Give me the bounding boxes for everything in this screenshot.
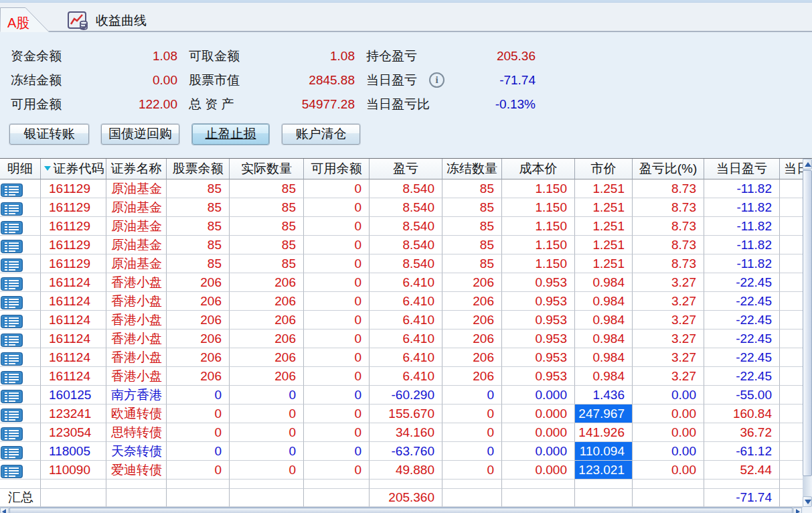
scroll-down-button[interactable] bbox=[803, 496, 812, 507]
info-icon[interactable]: i bbox=[429, 72, 444, 88]
position-row[interactable]: 161124香港小盘20620606.4102060.9530.9843.27-… bbox=[0, 329, 812, 348]
cell-price: 247.967 bbox=[575, 405, 633, 423]
position-row[interactable]: 161129原油基金858508.540851.1501.2518.73-11.… bbox=[0, 254, 812, 273]
action-button-1[interactable]: 银证转账 bbox=[9, 124, 89, 145]
position-row[interactable]: 161129原油基金858508.540851.1501.2518.73-11.… bbox=[0, 179, 812, 198]
filter-icon[interactable] bbox=[44, 166, 51, 171]
detail-button[interactable] bbox=[1, 202, 23, 216]
column-header-label: 明细 bbox=[7, 161, 33, 175]
cell-plpct: 3.27 bbox=[633, 367, 704, 386]
cell-avail: 0 bbox=[304, 217, 370, 236]
column-header-code[interactable]: 证券代码 bbox=[41, 159, 106, 179]
column-header-balance[interactable]: 股票余额 bbox=[167, 159, 230, 179]
cell-price: 0.984 bbox=[575, 329, 633, 348]
spacer-cell bbox=[230, 480, 304, 489]
column-header-frozen[interactable]: 冻结数量 bbox=[442, 159, 502, 179]
column-header-cost[interactable]: 成本价 bbox=[502, 159, 575, 179]
cell-plpct: 3.27 bbox=[633, 292, 704, 311]
position-row[interactable]: 161129原油基金858508.540851.1501.2518.73-11.… bbox=[0, 236, 812, 254]
cell-price: 1.251 bbox=[575, 254, 633, 273]
cell-cost: 1.150 bbox=[502, 217, 575, 236]
cell-cost: 0.953 bbox=[502, 273, 575, 292]
detail-button[interactable] bbox=[1, 221, 23, 234]
total-cell-avail bbox=[304, 489, 370, 507]
action-button-4[interactable]: 账户清仓 bbox=[282, 124, 360, 145]
horizontal-scrollbar-thumb[interactable] bbox=[9, 508, 793, 513]
detail-button[interactable] bbox=[1, 371, 23, 384]
detail-button[interactable] bbox=[1, 259, 23, 272]
position-row[interactable]: 110090爱迪转债00049.88000.000123.0210.0052.4… bbox=[0, 461, 812, 480]
position-row[interactable]: 118005天奈转债000-63.76000.000110.0940.00-61… bbox=[0, 442, 812, 461]
column-header-actual[interactable]: 实际数量 bbox=[230, 159, 304, 179]
position-row[interactable]: 161124香港小盘20620606.4102060.9530.9843.27-… bbox=[0, 348, 812, 367]
column-header-label: 股票余额 bbox=[173, 161, 224, 175]
detail-button[interactable] bbox=[1, 315, 23, 328]
cell-actual: 0 bbox=[230, 442, 304, 461]
cell-frozen: 0 bbox=[442, 386, 502, 405]
cell-name: 香港小盘 bbox=[106, 329, 167, 348]
position-row[interactable]: 161124香港小盘20620606.4102060.9530.9843.27-… bbox=[0, 367, 812, 386]
position-row[interactable]: 160125南方香港000-60.29000.0001.4360.00-55.0… bbox=[0, 386, 812, 405]
action-button-2[interactable]: 国债逆回购 bbox=[101, 124, 179, 145]
tab-a-share-label[interactable]: A股 bbox=[7, 14, 48, 31]
detail-button[interactable] bbox=[1, 334, 23, 347]
cell-detail bbox=[0, 442, 41, 461]
cell-name: 原油基金 bbox=[106, 179, 167, 198]
cell-balance: 85 bbox=[167, 236, 230, 254]
cell-balance: 206 bbox=[167, 292, 230, 311]
spacer-cell bbox=[502, 480, 575, 489]
cell-cost: 0.953 bbox=[502, 311, 575, 329]
total-cell-name bbox=[106, 489, 167, 507]
cell-frozen: 85 bbox=[442, 236, 502, 254]
column-header-pl[interactable]: 盈亏 bbox=[370, 159, 442, 179]
spacer-cell bbox=[304, 480, 370, 489]
position-row[interactable]: 123241欧通转债000155.67000.000247.9670.00160… bbox=[0, 405, 812, 423]
column-header-daypl[interactable]: 当日盈亏 bbox=[704, 159, 780, 179]
cell-code: 161129 bbox=[41, 217, 106, 236]
detail-button[interactable] bbox=[1, 409, 23, 422]
column-header-detail[interactable]: 明细 bbox=[0, 159, 41, 179]
column-header-name[interactable]: 证券名称 bbox=[106, 159, 167, 179]
horizontal-scrollbar[interactable] bbox=[0, 507, 812, 513]
cell-name: 原油基金 bbox=[106, 198, 167, 217]
cell-plpct: 8.73 bbox=[633, 236, 704, 254]
detail-button[interactable] bbox=[1, 465, 23, 478]
total-cell-actual bbox=[230, 489, 304, 507]
tab-profit-curve[interactable]: 收益曲线 bbox=[67, 9, 147, 32]
column-header-label: 证券代码 bbox=[54, 161, 104, 175]
detail-button[interactable] bbox=[1, 240, 23, 253]
position-row[interactable]: 161124香港小盘20620606.4102060.9530.9843.27-… bbox=[0, 311, 812, 329]
total-row: 汇总205.360-71.74 bbox=[0, 489, 812, 507]
cell-pl: -63.760 bbox=[370, 442, 442, 461]
position-row[interactable]: 161129原油基金858508.540851.1501.2518.73-11.… bbox=[0, 217, 812, 236]
cell-price: 0.984 bbox=[575, 311, 633, 329]
position-row[interactable]: 161124香港小盘20620606.4102060.9530.9843.27-… bbox=[0, 292, 812, 311]
total-cell-balance bbox=[167, 489, 230, 507]
detail-button[interactable] bbox=[1, 427, 23, 441]
position-row[interactable]: 123054思特转债00034.16000.000141.9260.0036.7… bbox=[0, 423, 812, 442]
cell-pl: -60.290 bbox=[370, 386, 442, 405]
column-header-price[interactable]: 市价 bbox=[575, 159, 633, 179]
scroll-up-button[interactable] bbox=[803, 159, 812, 169]
scroll-right-button[interactable] bbox=[793, 508, 802, 513]
cell-actual: 85 bbox=[230, 236, 304, 254]
detail-button[interactable] bbox=[1, 296, 23, 309]
vertical-scrollbar[interactable] bbox=[803, 159, 812, 507]
column-header-avail[interactable]: 可用余额 bbox=[304, 159, 370, 179]
detail-button[interactable] bbox=[1, 184, 23, 197]
position-row[interactable]: 161129原油基金858508.540851.1501.2518.73-11.… bbox=[0, 198, 812, 217]
cell-daypl: 52.44 bbox=[704, 461, 780, 480]
scroll-left-button[interactable] bbox=[0, 508, 9, 513]
position-row[interactable]: 161124香港小盘20620606.4102060.9530.9843.27-… bbox=[0, 273, 812, 292]
vertical-scrollbar-thumb[interactable] bbox=[803, 170, 812, 476]
cell-daypl: -22.45 bbox=[704, 292, 780, 311]
detail-button[interactable] bbox=[1, 352, 23, 366]
detail-button[interactable] bbox=[1, 390, 23, 403]
cell-pl: 8.540 bbox=[370, 254, 442, 273]
column-header-plpct[interactable]: 盈亏比(%) bbox=[633, 159, 704, 179]
detail-button[interactable] bbox=[1, 446, 23, 459]
action-button-3[interactable]: 止盈止损 bbox=[192, 124, 269, 145]
table-header-row: 明细证券代码证券名称股票余额实际数量可用余额盈亏冻结数量成本价市价盈亏比(%)当… bbox=[0, 159, 812, 179]
cell-actual: 206 bbox=[230, 311, 304, 329]
detail-button[interactable] bbox=[1, 277, 23, 291]
